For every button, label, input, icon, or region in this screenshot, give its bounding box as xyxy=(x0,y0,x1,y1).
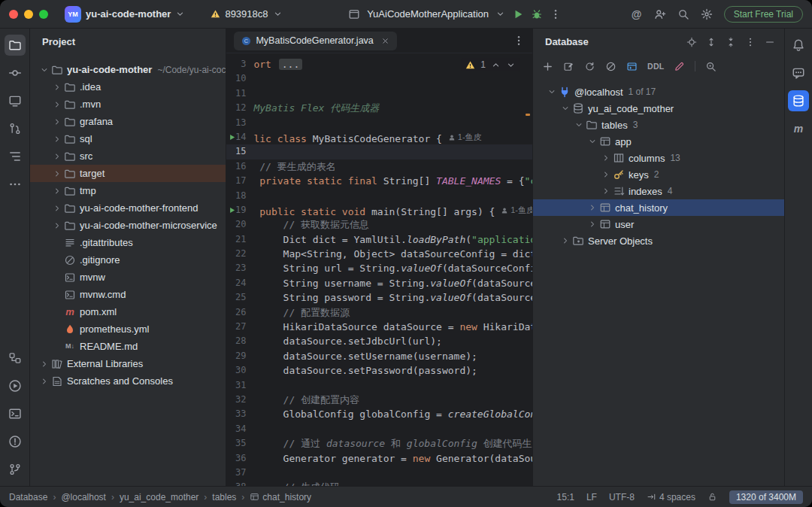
chevron-right-icon[interactable] xyxy=(559,235,571,247)
more-icon[interactable] xyxy=(5,174,26,195)
chevron-down-icon[interactable] xyxy=(545,86,558,98)
tree-item-mvnw-cmd[interactable]: mvnw.cmd xyxy=(30,286,226,303)
tree-item-gitattributes[interactable]: .gitattributes xyxy=(30,234,226,251)
chevron-right-icon[interactable] xyxy=(50,81,63,93)
tree-item-prometheus-yml[interactable]: prometheus.yml xyxy=(30,320,226,338)
chevron-right-icon[interactable] xyxy=(50,116,63,128)
project-widget[interactable]: YM yu-ai-code-mother xyxy=(60,4,189,25)
code-with-me-icon[interactable]: @ xyxy=(631,8,643,20)
chevron-right-icon[interactable] xyxy=(50,99,63,111)
start-free-trial-button[interactable]: Start Free Trial xyxy=(724,6,803,23)
code-line-24[interactable]: 24 String username = String.valueOf(data… xyxy=(226,276,532,290)
minimize-window-button[interactable] xyxy=(24,10,33,19)
chevron-right-icon[interactable] xyxy=(38,358,50,370)
code-line-29[interactable]: 29 dataSource.setUsername(username); xyxy=(226,349,532,363)
chevron-right-icon[interactable] xyxy=(50,150,63,162)
chevron-down-icon[interactable] xyxy=(559,102,571,114)
run-gutter-icon[interactable] xyxy=(228,133,236,141)
code-line-10[interactable]: 10 xyxy=(226,71,532,86)
project-icon[interactable] xyxy=(5,35,26,56)
chevron-right-icon[interactable] xyxy=(50,168,63,180)
code-line-19[interactable]: 19 public static void main(String[] args… xyxy=(226,203,532,217)
breadcrumb-database[interactable]: Database xyxy=(9,492,47,502)
tree-item-yu-ai-code-mother-frontend[interactable]: yu-ai-code-mother-frontend xyxy=(30,199,226,217)
debug-button[interactable] xyxy=(531,8,543,20)
chevron-right-icon[interactable] xyxy=(586,202,598,214)
code-line-12[interactable]: 12MyBatis Flex 代码生成器 xyxy=(226,101,532,115)
code-line-14[interactable]: 14lic class MyBatisCodeGenerator { 1-鱼皮 xyxy=(226,130,532,144)
code-line-17[interactable]: 17 private static final String[] TABLE_N… xyxy=(226,174,532,188)
code-line-25[interactable]: 25 String password = String.valueOf(data… xyxy=(226,290,532,305)
run-gutter-icon[interactable] xyxy=(228,206,236,214)
previous-problem-icon[interactable] xyxy=(491,60,501,70)
breadcrumb-yu-ai-code-mother[interactable]: yu_ai_code_mother xyxy=(120,492,198,502)
warning-stripe-mark[interactable] xyxy=(526,114,530,116)
locate-icon[interactable] xyxy=(686,37,697,47)
breadcrumb-chat-history[interactable]: chat_history xyxy=(250,492,311,502)
code-line-11[interactable]: 11 xyxy=(226,87,532,101)
chevron-right-icon[interactable] xyxy=(599,152,612,164)
code-line-18[interactable]: 18 xyxy=(226,189,532,203)
chevron-down-icon[interactable] xyxy=(38,64,50,76)
editor-code[interactable]: 1 3ort ...101112MyBatis Flex 代码生成器1314li… xyxy=(226,53,532,486)
tree-item-server-objects[interactable]: Server Objects xyxy=(533,232,784,249)
pull-requests-icon[interactable] xyxy=(5,118,26,139)
ai-assistant-icon[interactable] xyxy=(788,62,809,83)
breadcrumb-localhost[interactable]: @localhost xyxy=(61,492,106,502)
ddl-icon[interactable]: DDL xyxy=(647,62,664,71)
run-button[interactable] xyxy=(512,8,524,20)
chevron-right-icon[interactable] xyxy=(586,218,598,230)
edit-source-icon[interactable] xyxy=(563,61,574,72)
tree-item-readme-md[interactable]: M↓README.md xyxy=(30,338,226,355)
chevron-right-icon[interactable] xyxy=(599,168,612,181)
tree-item-scratches-and-consoles[interactable]: Scratches and Consoles xyxy=(30,372,226,390)
tree-item-src[interactable]: src xyxy=(30,147,226,165)
caret-position-widget[interactable]: 15:1 xyxy=(557,492,574,502)
chevron-right-icon[interactable] xyxy=(50,202,63,214)
chevron-right-icon[interactable] xyxy=(599,185,612,197)
chevron-down-icon[interactable] xyxy=(586,135,598,147)
notifications-icon[interactable] xyxy=(788,35,809,56)
chevron-right-icon[interactable] xyxy=(50,133,63,145)
structure-icon[interactable] xyxy=(5,146,26,167)
code-line-31[interactable]: 31 xyxy=(226,378,532,393)
zoom-window-button[interactable] xyxy=(39,10,48,19)
problems-icon[interactable] xyxy=(5,431,26,452)
tree-item-columns[interactable]: columns13 xyxy=(533,150,784,166)
tree-item-user[interactable]: user xyxy=(533,216,784,232)
refresh-icon[interactable] xyxy=(584,61,595,72)
code-line-27[interactable]: 27 HikariDataSource dataSource = new Hik… xyxy=(226,320,532,334)
code-line-15[interactable]: 15 xyxy=(226,144,532,159)
code-line-38[interactable]: 38 // 生成代码 xyxy=(226,480,532,486)
code-line-28[interactable]: 28 dataSource.setJdbcUrl(url); xyxy=(226,334,532,348)
modify-icon[interactable] xyxy=(674,61,685,72)
tree-item-yu-ai-code-mother-microservice[interactable]: yu-ai-code-mother-microservice xyxy=(30,217,226,234)
query-console-icon[interactable] xyxy=(626,61,638,72)
tree-item-pom-xml[interactable]: mpom.xml xyxy=(30,303,226,320)
vcs-widget[interactable]: 893918c8 xyxy=(206,6,286,22)
code-line-37[interactable]: 37 xyxy=(226,466,532,480)
tree-item-chat-history[interactable]: chat_history xyxy=(533,199,784,216)
chevron-right-icon[interactable] xyxy=(50,185,63,197)
breadcrumb-tables[interactable]: tables xyxy=(212,492,236,502)
code-line-20[interactable]: 20 // 获取数据元信息 xyxy=(226,217,532,232)
chevron-right-icon[interactable] xyxy=(50,220,63,232)
more-vertical-icon[interactable] xyxy=(745,37,756,47)
hide-icon[interactable] xyxy=(765,37,775,47)
encoding-widget[interactable]: UTF-8 xyxy=(609,492,635,502)
code-line-30[interactable]: 30 dataSource.setPassword(password); xyxy=(226,363,532,378)
code-line-16[interactable]: 16 // 要生成的表名 xyxy=(226,159,532,174)
line-separator-widget[interactable]: LF xyxy=(586,492,597,502)
search-everywhere-icon[interactable] xyxy=(677,8,689,20)
tree-item-yu-ai-code-mother[interactable]: yu_ai_code_mother xyxy=(533,100,784,117)
file-lock-widget[interactable] xyxy=(707,492,717,502)
code-line-13[interactable]: 13 xyxy=(226,116,532,130)
cancel-icon[interactable] xyxy=(605,61,617,72)
code-line-22[interactable]: 22 Map<String, Object> dataSourceConfig … xyxy=(226,247,532,261)
next-problem-icon[interactable] xyxy=(506,60,516,70)
chevron-right-icon[interactable] xyxy=(38,375,50,387)
tree-item-idea[interactable]: .idea xyxy=(30,78,226,96)
run-configuration-name[interactable]: YuAiCodeMotherApplication xyxy=(367,8,489,20)
run-circle-icon[interactable] xyxy=(5,375,26,396)
invite-user-icon[interactable] xyxy=(654,8,666,20)
